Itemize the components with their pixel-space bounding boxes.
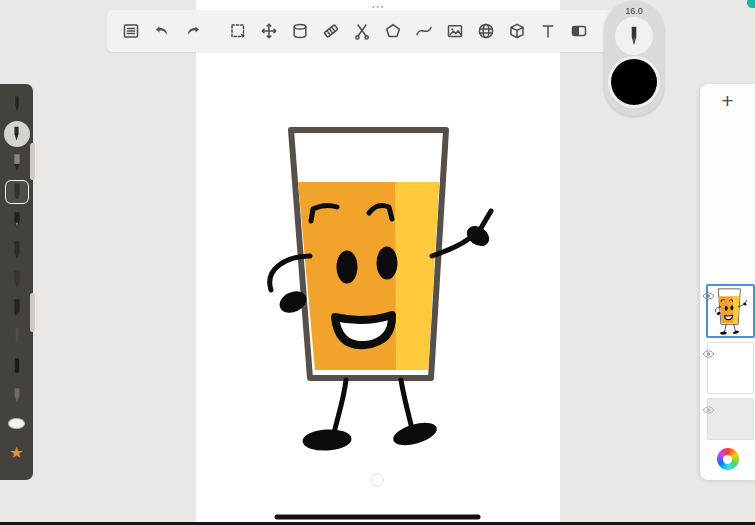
- active-tool-circle: [4, 121, 30, 147]
- layer-list-button[interactable]: [115, 15, 146, 47]
- layer-3-visibility-toggle[interactable]: [702, 401, 715, 419]
- right-hand: [463, 222, 493, 251]
- pencil-icon: [10, 152, 24, 174]
- fineliner-icon: [10, 94, 24, 116]
- mouth: [335, 315, 392, 345]
- layer-row-1[interactable]: [702, 284, 753, 338]
- sphere-grid-icon: [476, 21, 496, 41]
- layer-2-visibility-toggle[interactable]: [702, 345, 715, 363]
- import-image-icon: [445, 21, 465, 41]
- tool-charcoal[interactable]: [0, 351, 33, 380]
- brush-opacity-slider[interactable]: [30, 293, 35, 332]
- right-foot: [393, 421, 438, 448]
- left-foot: [304, 430, 351, 450]
- fill-can-icon: [290, 21, 310, 41]
- left-eye: [337, 251, 358, 284]
- charcoal-icon: [10, 355, 24, 377]
- right-leg: [401, 380, 412, 429]
- color-wheel-button[interactable]: [717, 448, 739, 470]
- layer-row-3[interactable]: [702, 398, 753, 440]
- touch-indicator: [370, 473, 384, 487]
- polygon-shape-icon: [383, 21, 403, 41]
- eraser-icon: [8, 418, 25, 429]
- select-marquee-icon: [228, 21, 248, 41]
- gradient-icon: [569, 21, 589, 41]
- fill-can-button[interactable]: [284, 15, 315, 47]
- text-tool-icon: [538, 21, 558, 41]
- layer-1-visibility-toggle[interactable]: [702, 287, 715, 305]
- redo-icon: [183, 21, 203, 41]
- watercolor-brush-icon: [10, 181, 24, 203]
- active-tool-icon: [11, 125, 22, 142]
- layer-row-2[interactable]: [702, 342, 753, 394]
- brush-size-slider[interactable]: [30, 143, 35, 180]
- brush-hud: 16.0: [604, 1, 664, 116]
- left-leg: [334, 380, 346, 433]
- active-tool-puck[interactable]: [0, 119, 33, 148]
- tool-felt-pen[interactable]: [0, 235, 33, 264]
- cutter-button[interactable]: [346, 15, 377, 47]
- gradient-button[interactable]: [563, 15, 594, 47]
- curve-icon: [414, 21, 434, 41]
- brush-size-value: 16.0: [604, 1, 664, 16]
- current-color-swatch[interactable]: [611, 59, 657, 105]
- tool-graphite-pencil[interactable]: [0, 322, 33, 351]
- perspective-cube-icon: [507, 21, 527, 41]
- fountain-pen-icon: [10, 210, 24, 232]
- airbrush-icon: [10, 385, 24, 405]
- paint-brush-icon: [10, 268, 24, 290]
- hatch-eraser-icon: [321, 21, 341, 41]
- tool-fountain-pen[interactable]: [0, 206, 33, 235]
- star-icon: ★: [9, 445, 23, 461]
- eye-icon: [702, 405, 715, 415]
- brush-preview-icon: [626, 25, 642, 47]
- layers-panel: +: [700, 84, 755, 480]
- layer-list-icon: [121, 21, 141, 41]
- tool-sidebar: ★: [0, 84, 33, 480]
- undo-button[interactable]: [146, 15, 177, 47]
- app-window: ⋯: [0, 0, 755, 525]
- select-marquee-button[interactable]: [222, 15, 253, 47]
- move-transform-icon: [259, 21, 279, 41]
- add-layer-button[interactable]: +: [700, 84, 755, 118]
- curve-button[interactable]: [408, 15, 439, 47]
- text-tool-button[interactable]: [532, 15, 563, 47]
- tool-paint-brush[interactable]: [0, 264, 33, 293]
- favorites-star-button[interactable]: ★: [0, 438, 33, 467]
- move-transform-button[interactable]: [253, 15, 284, 47]
- tool-airbrush[interactable]: [0, 380, 33, 409]
- graphite-pencil-icon: [10, 326, 24, 348]
- marker-icon: [10, 297, 24, 319]
- tool-watercolor-brush[interactable]: [0, 177, 33, 206]
- drawing-canvas[interactable]: ⋯: [196, 0, 560, 525]
- tool-pencil[interactable]: [0, 148, 33, 177]
- recording-indicator-dot: [747, 0, 755, 8]
- layers-list: [700, 284, 755, 444]
- polygon-shape-button[interactable]: [377, 15, 408, 47]
- perspective-cube-button[interactable]: [501, 15, 532, 47]
- undo-icon: [152, 21, 172, 41]
- tool-eraser[interactable]: [0, 409, 33, 438]
- tool-marker[interactable]: [0, 293, 33, 322]
- cutter-icon: [352, 21, 372, 41]
- redo-button[interactable]: [177, 15, 208, 47]
- eye-icon: [702, 291, 715, 301]
- tool-fineliner[interactable]: [0, 90, 33, 119]
- top-toolbar: [107, 10, 614, 52]
- import-image-button[interactable]: [439, 15, 470, 47]
- color-wheel-center: [723, 455, 732, 464]
- hatch-eraser-button[interactable]: [315, 15, 346, 47]
- selected-tool-outline: [5, 180, 29, 204]
- sphere-grid-button[interactable]: [470, 15, 501, 47]
- felt-pen-icon: [10, 239, 24, 261]
- right-eye: [377, 247, 398, 280]
- eye-icon: [702, 349, 715, 359]
- artwork-orange-juice-character: [196, 0, 560, 525]
- pointing-finger: [481, 211, 491, 228]
- brush-preview-button[interactable]: [615, 17, 653, 55]
